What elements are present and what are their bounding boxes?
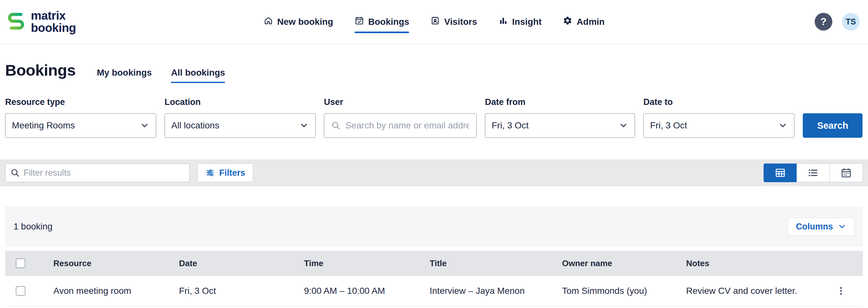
calendar-check-icon [354, 16, 364, 28]
cell-title: Interview – Jaya Menon [430, 286, 562, 296]
booking-count: 1 booking [13, 221, 52, 232]
resource-type-group: Resource type Meeting Rooms [5, 97, 156, 138]
location-label: Location [164, 97, 316, 107]
chevron-down-icon [299, 121, 309, 130]
calendar-view-icon [840, 167, 852, 178]
brand-name: matrix booking [31, 10, 76, 34]
nav-label: Bookings [368, 17, 409, 27]
header-right: ? TS [815, 13, 860, 31]
search-icon [10, 168, 20, 178]
matrix-booking-logo[interactable]: matrix booking [5, 10, 76, 34]
select-all-cell [16, 258, 53, 268]
table-header-row: Resource Date Time Title Owner name Note… [5, 251, 863, 276]
user-search-box [324, 113, 476, 138]
header-date: Date [179, 258, 304, 269]
location-select[interactable]: All locations [164, 113, 316, 138]
header-owner-name: Owner name [562, 258, 686, 269]
filter-results-input[interactable] [23, 168, 185, 178]
sliders-icon [205, 168, 215, 178]
results-toolbar: 1 booking Columns [5, 206, 863, 247]
top-bar: matrix booking New booking Bookings Visi… [0, 0, 868, 44]
matrix-logo-icon [5, 10, 27, 33]
search-icon [331, 120, 341, 131]
columns-button-label: Columns [796, 222, 833, 232]
cell-date: Fri, 3 Oct [179, 286, 304, 296]
cell-owner: Tom Simmonds (you) [562, 286, 686, 296]
avatar-initials: TS [846, 17, 856, 26]
row-kebab-menu-icon[interactable] [836, 285, 846, 297]
date-to-label: Date to [643, 97, 795, 107]
header-notes: Notes [686, 258, 830, 269]
results-section: 1 booking Columns Resource Date Time Tit… [5, 206, 863, 306]
date-from-value: Fri, 3 Oct [492, 120, 619, 131]
nav-item-insight[interactable]: Insight [498, 16, 542, 28]
chevron-down-icon [140, 121, 149, 130]
filters-button[interactable]: Filters [197, 164, 253, 182]
header-title: Title [430, 258, 562, 269]
filter-results-box [5, 164, 190, 182]
main-nav: New booking Bookings Visitors Insight Ad… [264, 16, 605, 28]
help-button[interactable]: ? [815, 13, 832, 31]
table-view-icon [774, 167, 786, 178]
user-group: User [324, 97, 476, 138]
view-toggle-table[interactable] [764, 164, 797, 182]
row-select-cell [16, 286, 53, 296]
user-search-input[interactable] [345, 120, 470, 131]
page-title: Bookings [5, 61, 75, 79]
search-filters: Resource type Meeting Rooms Location All… [0, 97, 868, 138]
table-row[interactable]: Avon meeting room Fri, 3 Oct 9:00 AM – 1… [5, 276, 863, 306]
chevron-down-icon [837, 222, 846, 231]
nav-label: New booking [277, 17, 333, 27]
nav-label: Insight [512, 17, 542, 27]
tab-all-bookings[interactable]: All bookings [171, 67, 225, 83]
gear-icon [563, 16, 572, 28]
search-button[interactable]: Search [803, 113, 863, 138]
filters-button-label: Filters [219, 168, 245, 178]
date-to-value: Fri, 3 Oct [650, 120, 778, 131]
date-from-select[interactable]: Fri, 3 Oct [485, 113, 635, 138]
bar-chart-icon [498, 16, 508, 28]
select-all-checkbox[interactable] [16, 258, 25, 268]
location-value: All locations [171, 120, 299, 131]
nav-item-new-booking[interactable]: New booking [264, 16, 333, 28]
user-avatar[interactable]: TS [842, 13, 860, 31]
nav-label: Admin [577, 17, 604, 27]
cell-resource: Avon meeting room [53, 286, 179, 296]
header-resource: Resource [53, 258, 179, 269]
location-group: Location All locations [164, 97, 316, 138]
resource-type-value: Meeting Rooms [12, 120, 140, 131]
nav-item-bookings[interactable]: Bookings [354, 16, 409, 28]
date-from-group: Date from Fri, 3 Oct [485, 97, 635, 138]
date-from-label: Date from [485, 97, 635, 107]
resource-type-select[interactable]: Meeting Rooms [5, 113, 156, 138]
cell-time: 9:00 AM – 10:00 AM [304, 286, 430, 296]
list-view-icon [807, 167, 819, 178]
results-filter-bar: Filters [0, 159, 868, 186]
date-to-select[interactable]: Fri, 3 Oct [643, 113, 795, 138]
columns-button[interactable]: Columns [788, 218, 855, 236]
cell-notes: Review CV and cover letter. [686, 286, 830, 296]
row-checkbox[interactable] [16, 286, 25, 296]
resource-type-label: Resource type [5, 97, 156, 107]
page-head: Bookings My bookings All bookings [0, 61, 868, 83]
user-label: User [324, 97, 476, 107]
question-mark-icon: ? [820, 16, 827, 28]
view-toggle-calendar[interactable] [830, 164, 863, 182]
header-time: Time [304, 258, 430, 269]
view-toggle-list[interactable] [797, 164, 830, 182]
nav-item-visitors[interactable]: Visitors [430, 16, 477, 28]
chevron-down-icon [619, 121, 628, 130]
visitor-badge-icon [430, 16, 440, 28]
bookings-tabs: My bookings All bookings [97, 67, 225, 83]
view-toggle-group [764, 164, 863, 182]
nav-label: Visitors [444, 17, 477, 27]
date-to-group: Date to Fri, 3 Oct [643, 97, 795, 138]
nav-item-admin[interactable]: Admin [563, 16, 604, 28]
tab-my-bookings[interactable]: My bookings [97, 67, 152, 83]
chevron-down-icon [778, 121, 788, 130]
home-icon [264, 16, 273, 28]
